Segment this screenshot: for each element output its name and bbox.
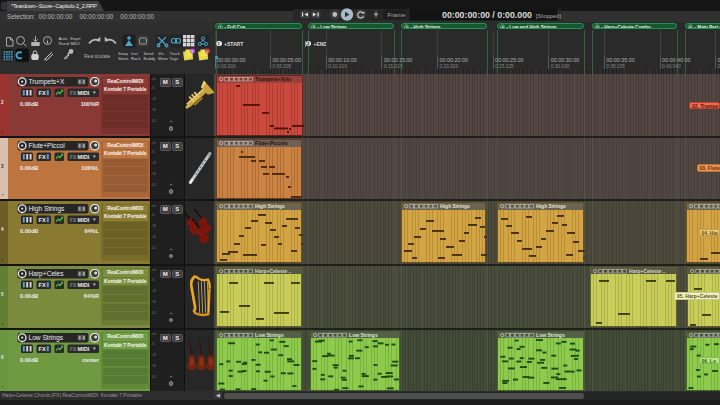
svg-text:Rand: Rand bbox=[59, 40, 70, 45]
svg-text:Low Strings: Low Strings bbox=[536, 332, 565, 338]
svg-text:Low Strings: Low Strings bbox=[29, 334, 64, 342]
svg-text:FX: FX bbox=[39, 346, 47, 352]
svg-text:MIDI: MIDI bbox=[78, 282, 90, 288]
svg-text:Mixer: Mixer bbox=[158, 55, 169, 60]
svg-text:Flute+Piccolo: Flute+Piccolo bbox=[255, 140, 288, 146]
svg-text:Rea ticulate: Rea ticulate bbox=[84, 52, 111, 58]
svg-text:0.00dB: 0.00dB bbox=[20, 357, 38, 363]
svg-text:Low Strings: Low Strings bbox=[349, 332, 378, 338]
svg-text:High Strings: High Strings bbox=[536, 203, 566, 209]
svg-text:Flute+Piccol: Flute+Piccol bbox=[29, 142, 66, 149]
svg-text:Rack: Rack bbox=[131, 55, 141, 60]
svg-text:FX: FX bbox=[39, 282, 47, 288]
svg-text:center: center bbox=[82, 357, 100, 363]
svg-text:High Strings: High Strings bbox=[440, 203, 470, 209]
svg-text:FX: FX bbox=[39, 217, 47, 223]
svg-text:64%R: 64%R bbox=[84, 293, 99, 299]
svg-text:0.00dB: 0.00dB bbox=[20, 165, 38, 171]
svg-text:Shots: Shots bbox=[118, 55, 129, 60]
svg-text:MIDI: MIDI bbox=[78, 217, 90, 223]
svg-text:FX: FX bbox=[39, 90, 47, 96]
svg-text:Frame: Frame bbox=[388, 11, 406, 18]
svg-text:- Main Part of t: - Main Part of t bbox=[695, 25, 720, 30]
svg-text:FX: FX bbox=[70, 218, 77, 223]
svg-text:x: x bbox=[206, 49, 208, 54]
svg-text:High Strings: High Strings bbox=[29, 205, 66, 213]
svg-text:Tags: Tags bbox=[170, 55, 179, 60]
svg-text:[Stopped]: [Stopped] bbox=[536, 13, 561, 19]
svg-text:Trumpets+X: Trumpets+X bbox=[29, 78, 65, 86]
svg-text:- Low Strings: - Low Strings bbox=[317, 25, 347, 30]
svg-text:- Low and High Strings: - Low and High Strings bbox=[506, 25, 556, 30]
svg-text:Harp+Celes: Harp+Celes bbox=[29, 270, 65, 278]
svg-text:FX: FX bbox=[70, 91, 77, 96]
svg-text:Harp+Celeste ..: Harp+Celeste .. bbox=[255, 268, 292, 274]
svg-text:FX: FX bbox=[70, 155, 77, 160]
svg-text:FX: FX bbox=[39, 154, 47, 160]
svg-text:Buddy: Buddy bbox=[144, 55, 157, 60]
svg-text:100%L: 100%L bbox=[81, 165, 99, 171]
svg-text:High Strings: High Strings bbox=[255, 203, 285, 209]
svg-text:0.00dB: 0.00dB bbox=[20, 293, 38, 299]
svg-text:FX: FX bbox=[70, 346, 77, 351]
svg-text:- Full Cue: - Full Cue bbox=[225, 25, 246, 30]
svg-text:MIDI: MIDI bbox=[78, 154, 90, 160]
svg-text:Harp+Celeste ..: Harp+Celeste .. bbox=[629, 268, 666, 274]
svg-text:- High Strings: - High Strings bbox=[410, 25, 441, 30]
svg-text:MIDI: MIDI bbox=[71, 40, 80, 45]
svg-text:0.00dB: 0.00dB bbox=[20, 228, 38, 234]
svg-text:Trumpets+Xylo: Trumpets+Xylo bbox=[255, 76, 291, 82]
svg-text:MIDI: MIDI bbox=[78, 346, 90, 352]
svg-text:00:00:00:00 / 0:00.000: 00:00:00:00 / 0:00.000 bbox=[442, 10, 532, 20]
svg-text:100%R: 100%R bbox=[81, 101, 99, 107]
svg-text:FX: FX bbox=[70, 282, 77, 287]
svg-text:0.00dB: 0.00dB bbox=[20, 101, 38, 107]
svg-text:Low Strings: Low Strings bbox=[255, 332, 284, 338]
svg-text:MIDI: MIDI bbox=[78, 90, 90, 96]
svg-text:64%L: 64%L bbox=[84, 228, 99, 234]
svg-text:- Harp+Celeste Combo: - Harp+Celeste Combo bbox=[601, 25, 651, 30]
